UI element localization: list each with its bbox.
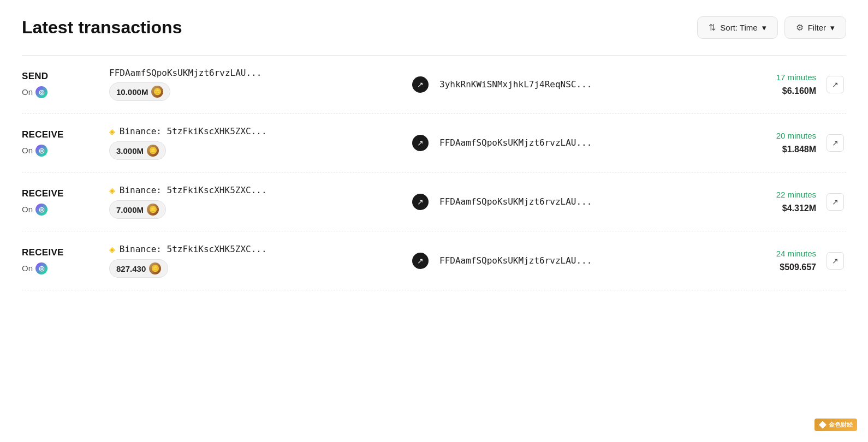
external-link-button[interactable]: ↗ bbox=[827, 193, 844, 211]
tx-time-col: 22 minutes $4.312M bbox=[737, 190, 824, 213]
sort-button[interactable]: ⇅ Sort: Time ▾ bbox=[697, 16, 777, 39]
filter-button[interactable]: ⚙ Filter ▾ bbox=[784, 16, 846, 39]
tx-value: $4.312M bbox=[737, 204, 816, 213]
tx-from-address: ◈ Binance: 5tzFkiKscXHK5ZXC... bbox=[109, 184, 407, 196]
tx-to-address: FFDAamfSQpoKsUKMjzt6rvzLAU... bbox=[439, 255, 737, 266]
tx-on: On ◎ bbox=[22, 262, 109, 274]
on-label: On bbox=[22, 205, 33, 214]
amount-value: 827.430 bbox=[116, 264, 146, 273]
arrow-col: ↗ bbox=[407, 194, 434, 210]
tx-on: On ◎ bbox=[22, 204, 109, 216]
token-avatar: 🪙 bbox=[147, 204, 159, 216]
amount-badge: 3.000M 🪙 bbox=[109, 141, 166, 160]
tx-from-address: ◈ Binance: 5tzFkiKscXHK5ZXC... bbox=[109, 126, 407, 137]
token-avatar: 🪙 bbox=[147, 145, 159, 157]
amount-badge: 10.000M 🪙 bbox=[109, 82, 170, 101]
tx-type-label: RECEIVE bbox=[22, 247, 109, 258]
on-label: On bbox=[22, 264, 33, 273]
binance-icon: ◈ bbox=[109, 184, 115, 196]
filter-label: Filter bbox=[808, 23, 826, 32]
tx-from-address: ◈ Binance: 5tzFkiKscXHK5ZXC... bbox=[109, 243, 407, 255]
external-link-col: ↗ bbox=[824, 193, 846, 211]
page-header: Latest transactions ⇅ Sort: Time ▾ ⚙ Fil… bbox=[22, 16, 846, 39]
tx-type-col: RECEIVE On ◎ bbox=[22, 188, 109, 216]
external-link-col: ↗ bbox=[824, 76, 846, 93]
amount-badge: 7.000M 🪙 bbox=[109, 200, 166, 219]
amount-value: 3.000M bbox=[116, 146, 144, 156]
external-link-col: ↗ bbox=[824, 252, 846, 270]
amount-badge: 827.430 🪙 bbox=[109, 259, 168, 278]
tx-to-col: FFDAamfSQpoKsUKMjzt6rvzLAU... bbox=[434, 138, 737, 148]
page-title: Latest transactions bbox=[22, 17, 182, 38]
filter-chevron-icon: ▾ bbox=[830, 23, 835, 33]
binance-icon: ◈ bbox=[109, 126, 115, 137]
filter-icon: ⚙ bbox=[796, 22, 804, 33]
tx-to-address: FFDAamfSQpoKsUKMjzt6rvzLAU... bbox=[439, 196, 737, 207]
arrow-icon: ↗ bbox=[412, 76, 429, 93]
solana-icon: ◎ bbox=[35, 262, 47, 274]
tx-from-col: ◈ Binance: 5tzFkiKscXHK5ZXC... 3.000M 🪙 bbox=[109, 126, 407, 160]
tx-time: 24 minutes bbox=[737, 249, 816, 258]
watermark: 金色财经 bbox=[815, 419, 857, 431]
on-label: On bbox=[22, 87, 33, 97]
arrow-col: ↗ bbox=[407, 76, 434, 93]
tx-to-col: 3yhkRnKWiSNMxjhkL7j4ReqNSC... bbox=[434, 79, 737, 89]
sort-icon: ⇅ bbox=[709, 22, 716, 33]
table-row: RECEIVE On ◎ ◈ Binance: 5tzFkiKscXHK5ZXC… bbox=[22, 231, 846, 290]
token-avatar: 🪙 bbox=[149, 262, 161, 274]
tx-on: On ◎ bbox=[22, 86, 109, 98]
tx-value: $6.160M bbox=[737, 86, 816, 96]
solana-icon: ◎ bbox=[35, 86, 47, 98]
tx-from-col: ◈ Binance: 5tzFkiKscXHK5ZXC... 827.430 🪙 bbox=[109, 243, 407, 278]
table-row: SEND On ◎ FFDAamfSQpoKsUKMjzt6rvzLAU... … bbox=[22, 56, 846, 114]
arrow-icon: ↗ bbox=[412, 253, 429, 269]
header-controls: ⇅ Sort: Time ▾ ⚙ Filter ▾ bbox=[697, 16, 846, 39]
external-link-button[interactable]: ↗ bbox=[827, 76, 844, 93]
amount-value: 7.000M bbox=[116, 205, 144, 214]
tx-value: $1.848M bbox=[737, 145, 816, 154]
tx-to-address: FFDAamfSQpoKsUKMjzt6rvzLAU... bbox=[439, 138, 737, 148]
tx-time: 22 minutes bbox=[737, 190, 816, 199]
tx-time-col: 17 minutes $6.160M bbox=[737, 73, 824, 96]
tx-type-label: RECEIVE bbox=[22, 129, 109, 140]
table-row: RECEIVE On ◎ ◈ Binance: 5tzFkiKscXHK5ZXC… bbox=[22, 172, 846, 231]
tx-to-col: FFDAamfSQpoKsUKMjzt6rvzLAU... bbox=[434, 255, 737, 266]
watermark-box: 金色财经 bbox=[815, 419, 857, 431]
tx-time: 17 minutes bbox=[737, 73, 816, 82]
watermark-icon bbox=[819, 421, 827, 429]
tx-type-label: SEND bbox=[22, 71, 109, 82]
amount-value: 10.000M bbox=[116, 87, 148, 97]
token-avatar: 🪙 bbox=[151, 86, 163, 98]
tx-value: $509.657 bbox=[737, 262, 816, 272]
arrow-icon: ↗ bbox=[412, 135, 429, 151]
solana-icon: ◎ bbox=[35, 145, 47, 157]
sort-chevron-icon: ▾ bbox=[762, 23, 766, 33]
sort-label: Sort: Time bbox=[720, 23, 757, 32]
tx-time: 20 minutes bbox=[737, 131, 816, 140]
tx-from-col: FFDAamfSQpoKsUKMjzt6rvzLAU... 10.000M 🪙 bbox=[109, 68, 407, 101]
tx-from-address: FFDAamfSQpoKsUKMjzt6rvzLAU... bbox=[109, 68, 407, 78]
on-label: On bbox=[22, 146, 33, 155]
table-row: RECEIVE On ◎ ◈ Binance: 5tzFkiKscXHK5ZXC… bbox=[22, 114, 846, 172]
tx-time-col: 24 minutes $509.657 bbox=[737, 249, 824, 272]
tx-on: On ◎ bbox=[22, 145, 109, 157]
arrow-icon: ↗ bbox=[412, 194, 429, 210]
arrow-col: ↗ bbox=[407, 253, 434, 269]
external-link-button[interactable]: ↗ bbox=[827, 252, 844, 270]
binance-icon: ◈ bbox=[109, 243, 115, 255]
tx-from-col: ◈ Binance: 5tzFkiKscXHK5ZXC... 7.000M 🪙 bbox=[109, 184, 407, 219]
transaction-list: SEND On ◎ FFDAamfSQpoKsUKMjzt6rvzLAU... … bbox=[22, 56, 846, 290]
watermark-text: 金色财经 bbox=[829, 421, 853, 429]
tx-type-col: RECEIVE On ◎ bbox=[22, 129, 109, 157]
tx-to-col: FFDAamfSQpoKsUKMjzt6rvzLAU... bbox=[434, 196, 737, 207]
tx-type-col: RECEIVE On ◎ bbox=[22, 247, 109, 274]
tx-type-col: SEND On ◎ bbox=[22, 71, 109, 98]
arrow-col: ↗ bbox=[407, 135, 434, 151]
tx-type-label: RECEIVE bbox=[22, 188, 109, 199]
external-link-button[interactable]: ↗ bbox=[827, 134, 844, 152]
external-link-col: ↗ bbox=[824, 134, 846, 152]
tx-to-address: 3yhkRnKWiSNMxjhkL7j4ReqNSC... bbox=[439, 79, 737, 89]
tx-time-col: 20 minutes $1.848M bbox=[737, 131, 824, 154]
solana-icon: ◎ bbox=[35, 204, 47, 216]
